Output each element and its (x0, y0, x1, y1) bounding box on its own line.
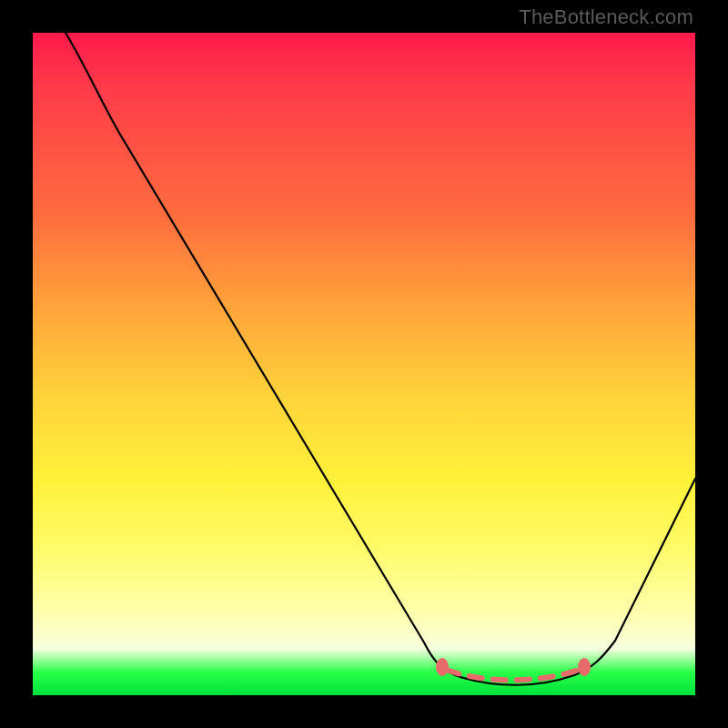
bottleneck-curve-line (66, 33, 695, 685)
optimal-region-marker-left (436, 658, 449, 676)
chart-frame: TheBottleneck.com (0, 0, 728, 728)
attribution-text: TheBottleneck.com (519, 5, 693, 29)
optimal-region-marker-right (578, 658, 591, 676)
bottleneck-curve-svg (33, 33, 695, 695)
plot-area (33, 33, 695, 695)
